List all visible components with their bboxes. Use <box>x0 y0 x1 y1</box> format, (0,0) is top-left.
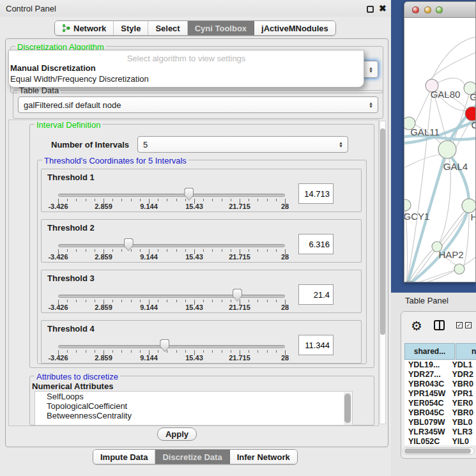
traffic-light-minimize-icon[interactable] <box>424 6 431 13</box>
spinner-icon: ▲▼ <box>339 141 343 148</box>
table-row[interactable]: YPR145WYPR1 <box>404 389 476 399</box>
cell-shared-name: YBL079W <box>404 418 452 427</box>
popup-item-manual-discretization[interactable]: Manual Discretization <box>10 63 96 73</box>
threshold-value-input[interactable] <box>298 284 334 305</box>
main-scrollbar[interactable] <box>380 121 386 424</box>
attribute-item-selfloops[interactable]: SelfLoops <box>35 392 352 401</box>
network-edge <box>432 37 476 79</box>
main-scrollbar-thumb[interactable] <box>380 128 385 335</box>
attribute-item-topologicalcoefficient[interactable]: TopologicalCoefficient <box>35 401 352 411</box>
threshold-value-input[interactable] <box>298 335 334 355</box>
apply-button[interactable]: Apply <box>157 427 197 441</box>
attribute-item-betweennesscentrality[interactable]: BetweennessCentrality <box>35 411 352 420</box>
threshold-slider-track[interactable] <box>58 244 285 247</box>
network-edge <box>438 78 465 86</box>
tab-label: Select <box>155 24 180 33</box>
gear-icon[interactable]: ⚙ <box>411 318 422 334</box>
tab-network[interactable]: Network <box>55 21 114 35</box>
network-node-label: GAL11 <box>410 127 440 137</box>
checkbox-icon[interactable]: ✓ <box>465 322 472 328</box>
tab-label: Network <box>73 24 106 33</box>
table-row[interactable]: YBR045CYBR0 <box>404 408 476 418</box>
num-intervals-combo[interactable]: 5 ▲▼ <box>137 136 348 153</box>
tab-style[interactable]: Style <box>114 21 148 35</box>
tab-label: Impute Data <box>100 452 148 462</box>
table-panel-title: Table Panel <box>405 296 449 305</box>
network-node-h[interactable] <box>462 199 476 213</box>
cell-name: YDL1 <box>452 360 476 370</box>
network-node[interactable] <box>454 264 464 274</box>
network-node-gal4[interactable] <box>438 141 456 158</box>
network-node-label: H <box>471 211 476 222</box>
table-hscrollbar[interactable] <box>403 447 475 455</box>
tab-select[interactable]: Select <box>148 21 187 35</box>
attributes-scrollbar[interactable] <box>344 392 351 426</box>
table-row[interactable]: YBL079WYBL0 <box>404 418 476 427</box>
table-hscrollbar-thumb[interactable] <box>404 449 471 454</box>
network-node-c[interactable] <box>465 107 476 121</box>
split-panel-icon[interactable] <box>434 320 445 330</box>
cell-name: YBR0 <box>452 380 476 389</box>
network-edge <box>415 91 430 122</box>
algorithm-popup: Select algorithm to view settings Manual… <box>8 50 364 88</box>
bottom-tabs: Impute DataDiscretize DataInfer Network <box>93 449 298 464</box>
checkbox-icon[interactable]: ✓ <box>456 322 463 328</box>
slider-tick-label: 28 <box>271 253 299 261</box>
column-header-shared[interactable]: shared... <box>404 343 455 360</box>
traffic-light-zoom-icon[interactable] <box>436 6 443 13</box>
table-row[interactable]: YIL052CYIL0 <box>404 437 476 445</box>
control-panel-title: Control Panel <box>6 4 56 13</box>
num-intervals-value: 5 <box>143 140 148 150</box>
table-row[interactable]: YLR345WYLR3 <box>404 427 476 437</box>
control-panel-titlebar <box>0 0 391 17</box>
table-row[interactable]: YDL19...YDL1 <box>404 360 476 370</box>
threshold-slider-track[interactable] <box>58 295 285 298</box>
tab-jactivemnodules[interactable]: jActiveMNodules <box>254 21 335 35</box>
threshold-label: Threshold 3 <box>47 273 95 283</box>
attributes-scrollbar-thumb[interactable] <box>344 394 351 423</box>
tab-label: Discretize Data <box>162 452 222 462</box>
slider-tick-label: 15.43 <box>180 303 208 311</box>
tab-label: Style <box>121 24 141 33</box>
float-window-icon[interactable] <box>367 6 374 13</box>
threshold-value-input[interactable] <box>298 183 334 204</box>
cell-shared-name: YPR145W <box>404 389 452 399</box>
column-header-name[interactable]: n <box>456 343 476 360</box>
threshold-slider-track[interactable] <box>58 345 285 348</box>
slider-tick-label: 2.859 <box>89 253 118 261</box>
cell-shared-name: YBR045C <box>404 408 452 418</box>
slider-tick-label: 9.144 <box>135 303 163 311</box>
table-data-combo[interactable]: galFiltered.sif default node ▲▼ <box>18 96 378 113</box>
top-tabs: NetworkStyleSelectCyni ToolboxjActiveMNo… <box>54 20 336 36</box>
traffic-light-close-icon[interactable] <box>412 6 419 13</box>
cell-shared-name: YBR043C <box>404 380 452 389</box>
tab-infer-network[interactable]: Infer Network <box>230 450 297 464</box>
interval-group-title: Interval Definition <box>35 120 102 130</box>
popup-item-equal-width-frequency[interactable]: Equal Width/Frequency Discretization <box>10 74 149 84</box>
cell-name: YBR0 <box>452 408 476 418</box>
tab-impute-data[interactable]: Impute Data <box>93 450 155 464</box>
table-row[interactable]: YDR27...YDR2 <box>404 370 476 380</box>
network-node-gcy1[interactable] <box>404 199 411 211</box>
close-icon[interactable]: ✖ <box>379 3 387 13</box>
tab-discretize-data[interactable]: Discretize Data <box>155 450 229 464</box>
slider-tick-label: 21.715 <box>226 303 254 311</box>
tab-cyni-toolbox[interactable]: Cyni Toolbox <box>188 21 254 35</box>
threshold-value-input[interactable] <box>298 234 334 254</box>
slider-tick-label: 15.43 <box>180 203 208 210</box>
tab-label: Infer Network <box>237 452 290 462</box>
table-row[interactable]: YER054CYER0 <box>404 399 476 408</box>
numerical-attributes-label: Numerical Attributes <box>32 381 113 391</box>
algorithm-popup-hint: Select algorithm to view settings <box>9 54 364 63</box>
slider-tick-label: 21.715 <box>226 354 254 362</box>
network-node-label: C <box>472 119 476 130</box>
slider-tick-label: 2.859 <box>89 303 118 311</box>
network-node[interactable] <box>404 281 418 282</box>
network-view[interactable]: GAL80GACGAL11GAL4GCY1HHAP2 <box>404 19 476 282</box>
spinner-icon: ▲▼ <box>369 102 373 108</box>
slider-tick-label: 9.144 <box>135 354 163 362</box>
threshold-slider-track[interactable] <box>58 194 285 197</box>
table-row[interactable]: YBR043CYBR0 <box>404 380 476 389</box>
threshold-panel-4: Threshold 4-3.4262.8599.14415.4321.71528 <box>41 320 362 364</box>
slider-tick-label: -3.426 <box>44 303 72 311</box>
